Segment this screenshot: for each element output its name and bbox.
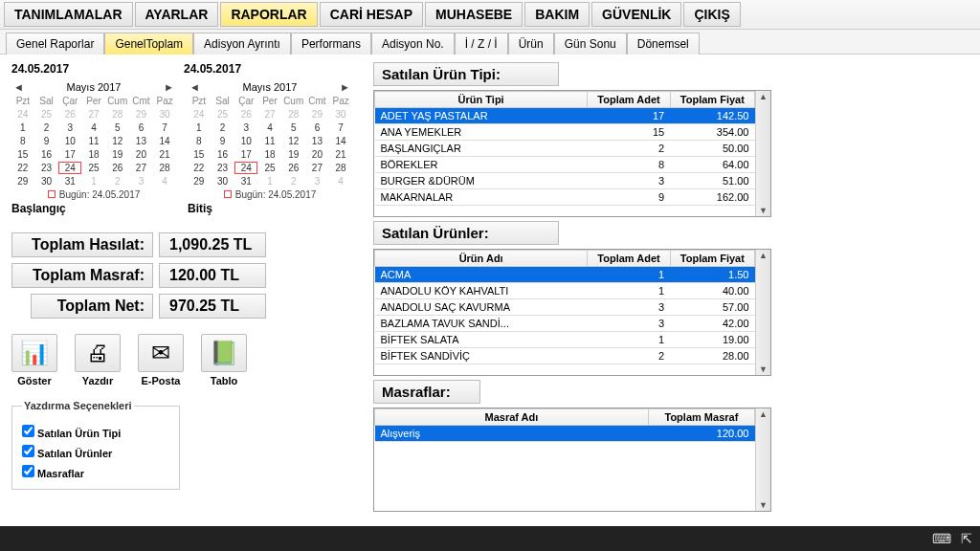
cal-day[interactable]: 30	[212, 175, 234, 187]
cal-day[interactable]: 1	[188, 121, 211, 134]
cal-day[interactable]: 13	[306, 135, 329, 147]
cal-day[interactable]: 25	[82, 162, 105, 174]
cal-day[interactable]: 25	[35, 108, 58, 121]
external-icon[interactable]: ⇱	[961, 531, 972, 546]
cal-day[interactable]: 25	[258, 162, 281, 174]
scrollbar[interactable]	[755, 91, 770, 216]
cal-day[interactable]: 6	[306, 121, 329, 134]
cal-day[interactable]: 3	[58, 121, 81, 134]
menu-güvenli̇k[interactable]: GÜVENLİK	[591, 2, 681, 27]
cal-day[interactable]: 24	[58, 162, 81, 174]
opt-product-type[interactable]: Satılan Ürün Tipi	[22, 425, 169, 439]
print-button[interactable]: 🖨 Yazdır	[75, 334, 121, 386]
cal-day[interactable]: 10	[234, 135, 257, 147]
cal-day[interactable]: 13	[130, 135, 153, 147]
tab-7[interactable]: Gün Sonu	[554, 33, 627, 55]
cal-day[interactable]: 21	[153, 148, 176, 161]
cal-day[interactable]: 23	[35, 162, 58, 174]
cal-day[interactable]: 7	[329, 121, 352, 134]
cal-day[interactable]: 27	[82, 108, 105, 121]
cal-day[interactable]: 16	[35, 148, 58, 161]
cal-day[interactable]: 23	[212, 162, 234, 174]
cal-day[interactable]: 21	[329, 148, 352, 161]
menu-çikiş[interactable]: ÇIKIŞ	[683, 2, 740, 27]
cal-day[interactable]: 1	[258, 175, 281, 187]
table-row[interactable]: BAŞLANGIÇLAR250.00	[375, 141, 755, 157]
cal-day[interactable]: 2	[212, 121, 234, 134]
cal-day[interactable]: 29	[11, 175, 34, 187]
table-row[interactable]: ANA YEMEKLER15354.00	[375, 124, 755, 141]
cal-day[interactable]: 31	[58, 175, 81, 187]
cal-day[interactable]: 30	[35, 175, 58, 187]
cal-day[interactable]: 1	[11, 121, 34, 134]
cal-day[interactable]: 11	[82, 135, 105, 147]
cal-day[interactable]: 17	[58, 148, 81, 161]
cal-day[interactable]: 25	[212, 108, 234, 121]
tab-1[interactable]: GenelToplam	[104, 33, 193, 55]
scrollbar[interactable]	[755, 408, 770, 511]
cal-day[interactable]: 29	[130, 108, 153, 121]
keyboard-icon[interactable]: ⌨	[932, 531, 951, 546]
cal-day[interactable]: 31	[234, 175, 257, 187]
menu-muhasebe[interactable]: MUHASEBE	[425, 2, 523, 27]
cal-day[interactable]: 16	[212, 148, 234, 161]
cal-day[interactable]: 3	[234, 121, 257, 134]
table-row[interactable]: MAKARNALAR9162.00	[375, 189, 755, 206]
calendar-end[interactable]: ◄ Mayıs 2017 ► PztSalÇarPerCumCmtPaz2425…	[188, 81, 352, 200]
cal-day[interactable]: 3	[306, 175, 329, 187]
cal-day[interactable]: 2	[35, 121, 58, 134]
cal-day[interactable]: 8	[188, 135, 211, 147]
grid-expenses[interactable]: Masraf AdıToplam MasrafAlışveriş120.00	[373, 408, 771, 512]
cal-day[interactable]: 27	[258, 108, 281, 121]
table-row[interactable]: ADET YAŞ PASTALAR17142.50	[375, 108, 755, 124]
cal-day[interactable]: 15	[11, 148, 34, 161]
tab-8[interactable]: Dönemsel	[627, 33, 700, 55]
cal-day[interactable]: 18	[82, 148, 105, 161]
cal-next-icon[interactable]: ►	[340, 81, 350, 93]
cal-day[interactable]: 6	[130, 121, 153, 134]
cal-day[interactable]: 26	[106, 162, 129, 174]
cal-day[interactable]: 7	[153, 121, 176, 134]
cal-day[interactable]: 27	[130, 162, 153, 174]
table-row[interactable]: ACMA11.50	[375, 266, 755, 282]
cal-day[interactable]: 27	[306, 162, 329, 174]
show-button[interactable]: 📊 Göster	[11, 334, 57, 386]
cal-day[interactable]: 19	[282, 148, 305, 161]
table-row[interactable]: BÖREKLER864.00	[375, 157, 755, 173]
cal-prev-icon[interactable]: ◄	[189, 81, 200, 93]
cal-day[interactable]: 24	[11, 108, 34, 121]
grid-product-types[interactable]: Ürün TipiToplam AdetToplam FiyatADET YAŞ…	[373, 90, 771, 217]
table-row[interactable]: ANADOLU KÖY KAHVALTI140.00	[375, 282, 755, 298]
cal-day[interactable]: 20	[130, 148, 153, 161]
cal-prev-icon[interactable]: ◄	[13, 81, 24, 93]
cal-day[interactable]: 5	[282, 121, 305, 134]
cal-day[interactable]: 12	[282, 135, 305, 147]
opt-expenses[interactable]: Masraflar	[22, 465, 169, 479]
table-row[interactable]: BAZLAMA TAVUK SANDİ...342.00	[375, 315, 755, 331]
cal-day[interactable]: 14	[329, 135, 352, 147]
cal-day[interactable]: 17	[234, 148, 257, 161]
cal-day[interactable]: 5	[106, 121, 129, 134]
cal-day[interactable]: 30	[153, 108, 176, 121]
cal-day[interactable]: 24	[234, 162, 257, 174]
cal-next-icon[interactable]: ►	[164, 81, 174, 93]
table-row[interactable]: BİFTEK SANDİVİÇ228.00	[375, 347, 755, 364]
table-row[interactable]: ANADOLU SAÇ KAVURMA357.00	[375, 298, 755, 315]
cal-day[interactable]: 28	[106, 108, 129, 121]
cal-day[interactable]: 24	[188, 108, 211, 121]
tab-2[interactable]: Adisyon Ayrıntı	[193, 33, 291, 55]
cal-day[interactable]: 29	[188, 175, 211, 187]
cal-day[interactable]: 14	[153, 135, 176, 147]
cal-day[interactable]: 28	[153, 162, 176, 174]
table-button[interactable]: 📗 Tablo	[201, 334, 247, 386]
cal-day[interactable]: 12	[106, 135, 129, 147]
cal-day[interactable]: 29	[306, 108, 329, 121]
cal-day[interactable]: 26	[282, 162, 305, 174]
cal-day[interactable]: 28	[282, 108, 305, 121]
tab-3[interactable]: Performans	[291, 33, 371, 55]
cal-day[interactable]: 2	[106, 175, 129, 187]
cal-day[interactable]: 4	[153, 175, 176, 187]
tab-6[interactable]: Ürün	[508, 33, 554, 55]
cal-day[interactable]: 22	[11, 162, 34, 174]
menu-bakim[interactable]: BAKIM	[524, 2, 590, 27]
